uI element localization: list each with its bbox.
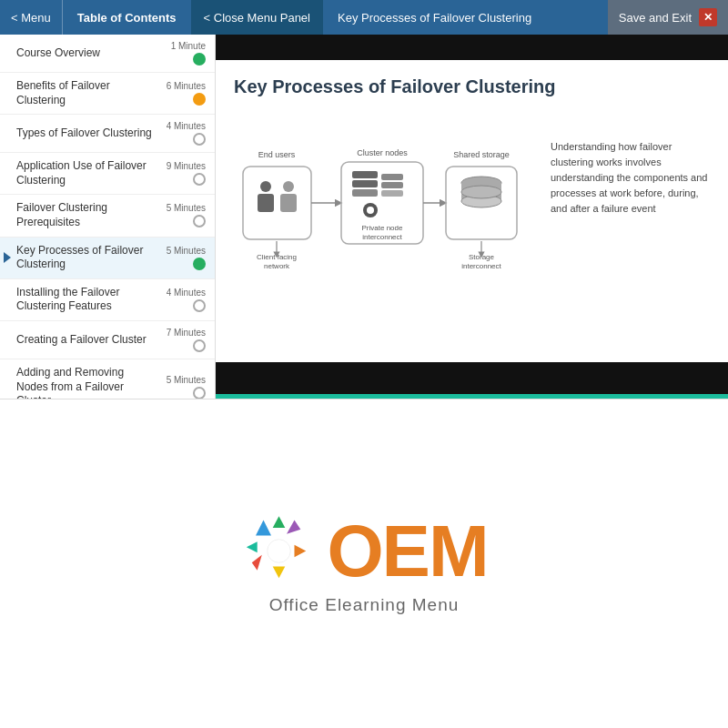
status-dot [193, 387, 206, 399]
content-title: Key Processes of Failover Clustering [234, 76, 710, 97]
svg-text:Shared storage: Shared storage [453, 150, 510, 159]
status-dot [193, 133, 206, 146]
sidebar-item-label: Types of Failover Clustering [16, 126, 156, 141]
sidebar: Course Overview 1 Minute Benefits of Fai… [0, 35, 216, 399]
status-dot [193, 299, 206, 312]
oem-subtitle: Office Elearning Menu [269, 595, 460, 615]
sidebar-item-label: Application Use of Failover Clustering [16, 159, 156, 187]
sidebar-item-prerequisites[interactable]: Failover Clustering Prerequisites 5 Minu… [0, 195, 215, 237]
svg-rect-9 [352, 171, 378, 178]
sidebar-item-label: Creating a Failover Cluster [16, 333, 156, 348]
svg-marker-35 [295, 545, 307, 558]
status-dot [193, 258, 206, 270]
sidebar-item-label: Installing the Failover Clustering Featu… [16, 286, 156, 314]
close-panel-button[interactable]: < Close Menu Panel [191, 0, 323, 35]
svg-marker-34 [287, 521, 300, 534]
svg-text:End users: End users [258, 150, 296, 159]
breadcrumb: Key Processes of Failover Clustering [323, 11, 608, 25]
svg-text:Cluster nodes: Cluster nodes [357, 148, 408, 157]
status-dot [193, 173, 206, 186]
status-dot [193, 215, 206, 228]
content-top-black [216, 35, 728, 60]
toc-label: Table of Contents [63, 0, 191, 35]
sidebar-item-types[interactable]: Types of Failover Clustering 4 Minutes [0, 115, 215, 153]
content-area: Key Processes of Failover Clustering End… [216, 35, 728, 399]
svg-marker-33 [273, 516, 286, 528]
sidebar-item-application-use[interactable]: Application Use of Failover Clustering 9… [0, 153, 215, 195]
svg-text:interconnect: interconnect [362, 233, 402, 241]
exit-x-icon: ✕ [699, 8, 717, 26]
teal-bar [216, 394, 728, 399]
svg-rect-13 [381, 182, 403, 188]
svg-rect-0 [243, 167, 311, 239]
svg-point-4 [283, 181, 294, 192]
sidebar-item-adding-removing[interactable]: Adding and Removing Nodes from a Failove… [0, 359, 215, 399]
svg-rect-11 [352, 189, 378, 197]
status-dot [193, 93, 206, 106]
oem-logo-icon [240, 512, 318, 590]
oem-logo-area: OEM Office Elearning Menu [240, 512, 487, 615]
sidebar-item-installing[interactable]: Installing the Failover Clustering Featu… [0, 279, 215, 321]
svg-text:interconnect: interconnect [461, 262, 501, 270]
sidebar-item-label: Benefits of Failover Clustering [16, 79, 156, 107]
svg-point-25 [461, 186, 501, 198]
save-exit-button[interactable]: Save and Exit ✕ [608, 0, 728, 35]
sidebar-item-label: Course Overview [16, 46, 156, 61]
status-dot [193, 339, 206, 352]
svg-marker-32 [256, 521, 271, 536]
svg-text:network: network [264, 262, 290, 270]
active-arrow-icon [4, 252, 11, 263]
sidebar-item-benefits[interactable]: Benefits of Failover Clustering 6 Minute… [0, 73, 215, 115]
svg-rect-12 [381, 174, 403, 180]
svg-rect-3 [258, 194, 274, 212]
svg-rect-14 [381, 190, 403, 197]
sidebar-item-course-overview[interactable]: Course Overview 1 Minute [0, 35, 215, 73]
svg-text:Private node: Private node [362, 224, 403, 232]
content-bottom-black [216, 362, 728, 394]
svg-point-16 [367, 207, 374, 214]
sidebar-item-key-processes[interactable]: Key Processes of Failover Clustering 5 M… [0, 238, 215, 279]
status-dot [193, 53, 206, 66]
sidebar-item-label: Failover Clustering Prerequisites [16, 201, 156, 229]
content-description: Understanding how failover clustering wo… [551, 112, 710, 217]
svg-rect-5 [280, 194, 297, 212]
svg-marker-37 [252, 555, 262, 571]
failover-diagram: End users Cluster nodes [234, 112, 525, 294]
svg-point-2 [260, 181, 271, 192]
svg-rect-10 [352, 180, 378, 187]
oem-section: OEM Office Elearning Menu [0, 399, 728, 728]
menu-label: < Menu [11, 11, 51, 25]
content-white-area: Key Processes of Failover Clustering End… [216, 60, 728, 362]
sidebar-item-label: Key Processes of Failover Clustering [16, 244, 156, 272]
oem-text: OEM [327, 515, 487, 588]
sidebar-item-label: Adding and Removing Nodes from a Failove… [16, 366, 156, 399]
svg-marker-36 [273, 567, 286, 579]
svg-point-39 [268, 540, 291, 563]
menu-button[interactable]: < Menu [0, 0, 63, 35]
svg-marker-38 [247, 541, 258, 552]
sidebar-item-creating-cluster[interactable]: Creating a Failover Cluster 7 Minutes [0, 321, 215, 359]
